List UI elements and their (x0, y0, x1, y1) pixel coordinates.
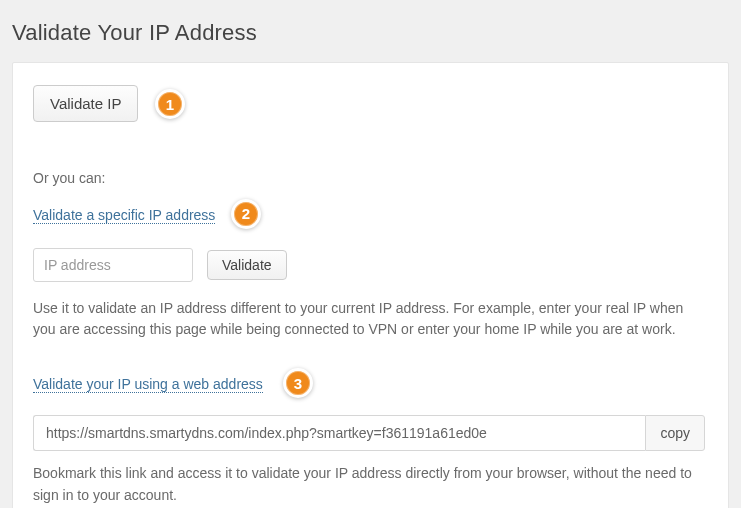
validate-ip-button[interactable]: Validate IP (33, 85, 138, 122)
copy-button[interactable]: copy (645, 415, 705, 451)
step-badge-2: 2 (231, 199, 261, 229)
step-badge-3: 3 (283, 368, 313, 398)
page-title: Validate Your IP Address (0, 0, 741, 62)
url-copy-group: copy (33, 415, 705, 451)
web-address-row: Validate your IP using a web address 3 (33, 375, 708, 393)
or-you-can-text: Or you can: (33, 168, 708, 190)
specific-help-text: Use it to validate an IP address differe… (33, 298, 705, 341)
validate-specific-button[interactable]: Validate (207, 250, 287, 280)
validate-card: Validate IP 1 Or you can: Validate a spe… (12, 62, 729, 508)
web-address-help-text: Bookmark this link and access it to vali… (33, 463, 705, 506)
step-badge-1: 1 (155, 89, 185, 119)
specific-ip-field-row: Validate (33, 248, 708, 282)
smartkey-url-input[interactable] (33, 415, 645, 451)
ip-address-input[interactable] (33, 248, 193, 282)
validate-web-address-link[interactable]: Validate your IP using a web address (33, 376, 263, 393)
validate-ip-row: Validate IP 1 (33, 85, 708, 122)
specific-ip-row: Validate a specific IP address 2 (33, 206, 708, 224)
validate-specific-link[interactable]: Validate a specific IP address (33, 207, 215, 224)
